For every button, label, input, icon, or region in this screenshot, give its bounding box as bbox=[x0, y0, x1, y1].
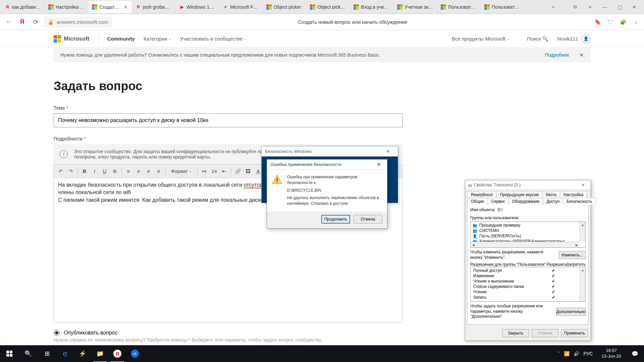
properties-tab[interactable]: ReadyBoost bbox=[467, 191, 496, 198]
promo-details-link[interactable]: Подробнее bbox=[545, 52, 569, 58]
close-button[interactable]: Закрыть bbox=[502, 329, 529, 337]
browser-tab[interactable]: Пользователь bbox=[481, 1, 525, 13]
browser-tab[interactable]: Object picker bbox=[263, 1, 307, 13]
topic-input[interactable] bbox=[54, 113, 402, 127]
horizontal-scrollbar[interactable]: ◀ ▶ bbox=[471, 242, 580, 247]
browser-tab[interactable]: Пользователь bbox=[437, 1, 481, 13]
permission-row[interactable]: Чтение и выполнение✔ bbox=[471, 279, 585, 284]
scroll-up-arrow[interactable]: ▲ bbox=[580, 222, 586, 228]
permissions-listbox[interactable]: Полный доступ✔Изменение✔Чтение и выполне… bbox=[470, 267, 586, 302]
browser-tab[interactable]: Яjosh groban — bbox=[132, 1, 176, 13]
properties-titlebar[interactable]: 🖴 Свойства: Transcend (D:) ✕ bbox=[465, 180, 591, 190]
vertical-scrollbar[interactable]: ▲ bbox=[580, 222, 585, 242]
all-products-dropdown[interactable]: Все продукты Microsoft ⌄ bbox=[452, 36, 509, 42]
start-button[interactable] bbox=[0, 345, 19, 362]
error-dialog-titlebar[interactable]: Ошибка применения безопасности ✕ bbox=[267, 160, 387, 170]
users-listbox[interactable]: 👥Прошедшие проверку👥СИСТЕМА👤Гость (SERVE… bbox=[470, 222, 586, 248]
windows-security-titlebar[interactable]: Безопасность Windows ✕ bbox=[262, 146, 398, 157]
user-list-item[interactable]: 👥Прошедшие проверку bbox=[471, 223, 585, 228]
yandex-home-button[interactable]: Я bbox=[17, 17, 28, 27]
browser-tab[interactable]: ▶Windows 10 не bbox=[176, 1, 219, 13]
user-menu[interactable]: Novik111 👤 bbox=[557, 35, 590, 43]
nav-categories[interactable]: Категории ⌄ bbox=[144, 36, 171, 42]
taskbar-app-explorer[interactable]: 📁 bbox=[91, 345, 109, 362]
user-list-item[interactable]: 👤Гость (SERVER\Гость) bbox=[471, 233, 585, 239]
tray-language[interactable]: РУС bbox=[583, 351, 593, 356]
promo-close-button[interactable]: ✕ bbox=[579, 52, 584, 58]
edit-button[interactable]: Изменить... bbox=[559, 251, 586, 259]
action-center-button[interactable]: 💬 bbox=[626, 345, 644, 362]
nav-participate[interactable]: Участвовать в сообществе ⌄ bbox=[180, 36, 247, 42]
taskbar-app-winamp[interactable]: ⚡ bbox=[74, 345, 91, 362]
properties-tab[interactable]: Оборудование bbox=[508, 198, 543, 205]
scroll-up-arrow[interactable]: ▲ bbox=[580, 267, 586, 273]
search-button[interactable]: 🔍 bbox=[19, 345, 38, 362]
properties-tab[interactable]: Общие bbox=[467, 198, 488, 205]
downloads-icon[interactable]: ↓ bbox=[631, 17, 641, 27]
properties-tab[interactable]: Настройка bbox=[560, 191, 587, 198]
close-icon[interactable]: ✕ bbox=[374, 161, 384, 169]
permission-row[interactable]: Список содержимого папки✔ bbox=[471, 284, 585, 289]
browser-tab[interactable]: Создать нов✕ bbox=[89, 1, 132, 13]
undo-button[interactable]: ↶ bbox=[56, 167, 65, 176]
community-link[interactable]: Community bbox=[107, 36, 135, 42]
bullet-list-button[interactable]: •≡ bbox=[200, 167, 209, 176]
nav-reload-button[interactable]: ⟳ bbox=[30, 17, 41, 27]
extensions-icon[interactable]: 🧩 bbox=[619, 17, 628, 27]
cancel-button[interactable]: Отмена bbox=[354, 215, 382, 224]
format-dropdown[interactable]: Формат⌄ bbox=[168, 169, 195, 174]
address-field[interactable]: 🔒 answers.microsoft.com bbox=[44, 16, 112, 28]
properties-tab[interactable]: Предыдущие версии bbox=[496, 191, 542, 198]
tray-volume-icon[interactable]: 🔊 bbox=[574, 351, 579, 356]
browser-tab[interactable]: Учетная запис bbox=[394, 1, 437, 13]
new-tab-button[interactable]: ＋ bbox=[546, 1, 560, 13]
browser-tab[interactable]: Вход в учетну bbox=[350, 1, 394, 13]
browser-tab[interactable]: Якак добавить в bbox=[1, 1, 45, 13]
cancel-button[interactable]: Отмена bbox=[532, 329, 558, 337]
tabs-overview-button[interactable]: ⧉ bbox=[568, 1, 582, 13]
strikethrough-button[interactable]: S bbox=[110, 167, 119, 176]
window-close-button[interactable]: ✕ bbox=[627, 1, 641, 13]
window-minimize-button[interactable]: — bbox=[598, 1, 612, 13]
tray-chevron-icon[interactable]: ˄ bbox=[557, 351, 560, 356]
properties-tab[interactable]: Сервис bbox=[487, 198, 508, 205]
permission-row[interactable]: Чтение✔ bbox=[471, 289, 585, 295]
underline-button[interactable]: U bbox=[100, 167, 109, 176]
browser-menu-button[interactable]: ≡ bbox=[583, 1, 597, 13]
microsoft-logo[interactable]: Microsoft bbox=[54, 35, 90, 43]
advanced-button[interactable]: Дополнительно bbox=[556, 308, 586, 316]
window-maximize-button[interactable]: ▢ bbox=[612, 1, 627, 13]
browser-tab[interactable]: ♥Microsoft Fami bbox=[219, 1, 263, 13]
taskbar-app-edge[interactable]: e bbox=[56, 345, 74, 362]
apply-button[interactable]: Применить bbox=[561, 329, 588, 337]
taskbar-app-yandex[interactable]: Я bbox=[109, 345, 126, 362]
italic-button[interactable]: I bbox=[90, 167, 99, 176]
shield-icon[interactable]: 🛡 bbox=[606, 17, 615, 27]
align-justify-button[interactable]: ≡ bbox=[154, 167, 163, 176]
bold-button[interactable]: B bbox=[80, 167, 89, 176]
search-button[interactable]: Поиск 🔍 bbox=[527, 36, 549, 42]
properties-tab[interactable]: Безопасность bbox=[563, 198, 596, 205]
scroll-left-arrow[interactable]: ◀ bbox=[471, 242, 476, 248]
vertical-scrollbar[interactable]: ▲ bbox=[580, 267, 585, 301]
nav-back-button[interactable]: ← bbox=[3, 17, 14, 27]
align-left-button[interactable]: ≡ bbox=[124, 167, 133, 176]
system-tray[interactable]: ˄ 📶 🔊 РУС bbox=[553, 351, 597, 356]
browser-tab[interactable]: Настройка об bbox=[45, 1, 89, 13]
user-list-item[interactable]: 👥СИСТЕМА bbox=[471, 228, 585, 233]
number-list-button[interactable]: 1≡ bbox=[210, 167, 219, 176]
tab-close-icon[interactable]: ✕ bbox=[123, 4, 128, 10]
continue-button[interactable]: Продолжить bbox=[321, 215, 350, 224]
align-center-button[interactable]: ≡ bbox=[134, 167, 143, 176]
publish-question-radio[interactable]: Опубликовать вопрос bbox=[54, 330, 402, 336]
taskbar-app-teamviewer[interactable]: ⇄ bbox=[126, 345, 144, 362]
link-button[interactable]: 🔗 bbox=[233, 167, 243, 176]
permission-row[interactable]: Полный доступ✔ bbox=[471, 268, 585, 273]
tray-network-icon[interactable]: 📶 bbox=[564, 351, 570, 356]
task-view-button[interactable]: ⊞ bbox=[38, 345, 56, 362]
align-right-button[interactable]: ≡ bbox=[144, 167, 153, 176]
browser-tab[interactable]: Object picker U bbox=[307, 1, 350, 13]
outdent-button[interactable]: ⇤ bbox=[220, 167, 229, 176]
bookmark-icon[interactable]: 🔖 bbox=[593, 17, 602, 27]
properties-tab[interactable]: Квота bbox=[542, 191, 560, 198]
